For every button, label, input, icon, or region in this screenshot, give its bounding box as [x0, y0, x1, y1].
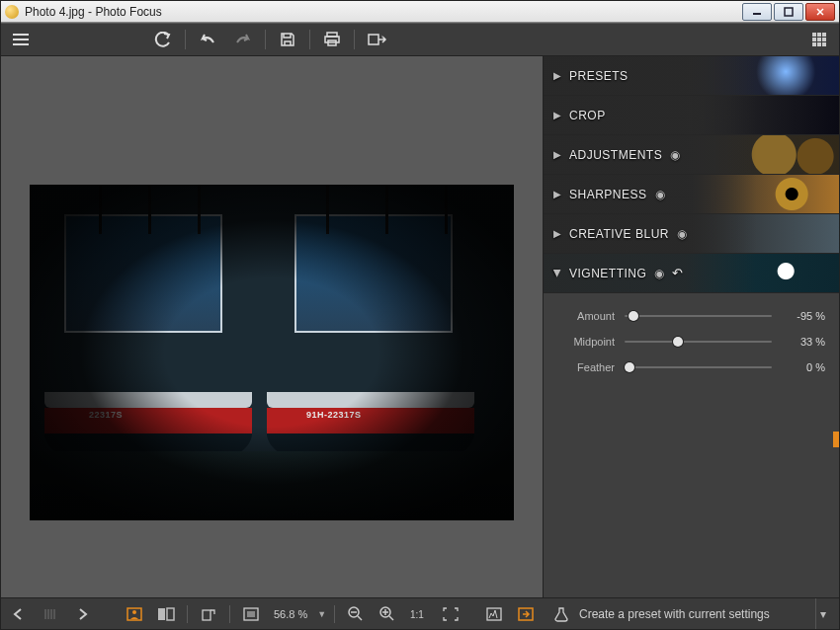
zoom-dropdown-icon[interactable]: ▼	[317, 609, 326, 619]
svg-rect-26	[158, 608, 165, 620]
svg-rect-11	[812, 33, 816, 37]
zoom-value: 56.8 %	[270, 608, 311, 620]
svg-rect-16	[822, 38, 826, 41]
arrow-right-icon	[76, 608, 90, 620]
section-label: CROP	[569, 109, 606, 122]
app-window: Photo 4.jpg - Photo Focus	[0, 0, 840, 630]
redo-button[interactable]	[229, 28, 257, 51]
amount-value: -95 %	[782, 310, 825, 322]
compare-split-button[interactable]	[153, 603, 179, 625]
maximize-icon	[784, 7, 794, 17]
split-icon	[157, 607, 175, 621]
vignette-overlay	[30, 185, 514, 520]
chevron-right-icon: ▶	[553, 70, 561, 81]
grid-icon	[811, 32, 827, 47]
param-feather: Feather 0 %	[557, 354, 825, 380]
side-expand-tab[interactable]	[833, 432, 839, 447]
svg-rect-15	[817, 38, 821, 41]
svg-rect-13	[822, 33, 826, 37]
undo-icon	[199, 33, 216, 46]
zoom-in-button[interactable]	[375, 603, 400, 625]
visibility-icon[interactable]: ◉	[654, 267, 664, 280]
section-vignetting[interactable]: ▶ VIGNETTING ◉ ↶	[544, 254, 839, 293]
create-preset-label: Create a preset with current settings	[579, 607, 770, 621]
redo-icon	[234, 33, 252, 46]
svg-rect-10	[369, 35, 378, 44]
visibility-icon[interactable]: ◉	[655, 188, 665, 201]
section-label: CREATIVE BLUR	[569, 227, 669, 241]
print-icon	[323, 32, 341, 47]
section-adjustments[interactable]: ▶ ADJUSTMENTS ◉	[544, 135, 839, 175]
svg-line-32	[358, 616, 362, 620]
chevron-right-icon: ▶	[553, 189, 561, 199]
section-creative-blur[interactable]: ▶ CREATIVE BLUR ◉	[544, 214, 839, 254]
bottom-toolbar: 56.8 % ▼ 1:1	[1, 597, 545, 629]
export-button[interactable]	[363, 28, 396, 51]
rotate-icon	[201, 606, 216, 622]
svg-rect-14	[812, 38, 816, 41]
section-presets[interactable]: ▶ PRESETS	[544, 56, 839, 96]
save-icon	[280, 32, 295, 47]
window-title: Photo 4.jpg - Photo Focus	[25, 5, 742, 19]
svg-rect-18	[817, 42, 821, 46]
maximize-button[interactable]	[774, 3, 803, 21]
param-label: Feather	[557, 361, 615, 373]
chevron-down-icon: ▶	[552, 270, 563, 277]
reset-icon[interactable]: ↶	[672, 266, 683, 280]
grid-view-button[interactable]	[805, 28, 833, 51]
print-button[interactable]	[318, 28, 346, 51]
section-label: SHARPNESS	[569, 188, 647, 201]
zoom-out-icon	[348, 606, 364, 622]
section-sharpness[interactable]: ▶ SHARPNESS ◉	[544, 175, 839, 214]
chevron-right-icon: ▶	[553, 110, 561, 120]
param-amount: Amount -95 %	[557, 303, 825, 329]
fit-button[interactable]	[238, 603, 264, 625]
image-canvas[interactable]: 22317S 91H-22317S	[1, 56, 543, 629]
flask-icon	[553, 606, 569, 622]
param-midpoint: Midpoint 33 %	[557, 329, 825, 354]
compare-original-button[interactable]	[122, 603, 147, 625]
actual-size-button[interactable]: 1:1	[406, 603, 432, 625]
create-preset-bar[interactable]: Create a preset with current settings ▾	[544, 597, 839, 629]
preset-dropdown[interactable]: ▾	[815, 598, 829, 629]
svg-rect-28	[203, 610, 210, 620]
actual-size-icon: 1:1	[410, 607, 428, 621]
minimize-button[interactable]	[742, 3, 772, 21]
section-crop[interactable]: ▶ CROP	[544, 96, 839, 135]
close-button[interactable]	[805, 3, 835, 21]
menu-button[interactable]	[7, 28, 35, 51]
fit-icon	[243, 607, 259, 621]
undo-all-button[interactable]	[149, 28, 177, 51]
filmstrip-button[interactable]	[39, 603, 64, 625]
feather-value: 0 %	[782, 361, 825, 373]
svg-rect-17	[812, 42, 816, 46]
undo-all-icon	[154, 32, 172, 47]
svg-line-35	[389, 616, 393, 620]
amount-slider[interactable]	[625, 309, 772, 323]
visibility-icon[interactable]: ◉	[670, 148, 680, 162]
svg-rect-12	[817, 33, 821, 37]
chevron-right-icon: ▶	[553, 228, 561, 239]
fullscreen-button[interactable]	[438, 603, 463, 625]
prev-image-button[interactable]	[7, 603, 33, 625]
undo-button[interactable]	[194, 28, 221, 51]
svg-rect-19	[822, 42, 826, 46]
rotate-button[interactable]	[196, 603, 221, 625]
photo-preview: 22317S 91H-22317S	[30, 185, 514, 520]
chevron-right-icon: ▶	[553, 149, 561, 160]
midpoint-slider[interactable]	[625, 335, 772, 349]
panel-toggle-button[interactable]	[513, 603, 539, 625]
next-image-button[interactable]	[70, 603, 96, 625]
section-label: VIGNETTING	[569, 267, 646, 280]
zoom-out-button[interactable]	[343, 603, 369, 625]
visibility-icon[interactable]: ◉	[677, 227, 687, 241]
export-icon	[368, 32, 391, 47]
portrait-icon	[126, 607, 142, 621]
side-panel: ▶ PRESETS ▶ CROP ▶ ADJUSTMENTS ◉ ▶ SHARP…	[543, 56, 839, 629]
fullscreen-icon	[443, 607, 459, 621]
svg-rect-30	[247, 611, 255, 617]
histogram-button[interactable]	[481, 603, 507, 625]
save-button[interactable]	[274, 28, 301, 51]
feather-slider[interactable]	[625, 360, 772, 374]
param-label: Midpoint	[557, 336, 615, 348]
